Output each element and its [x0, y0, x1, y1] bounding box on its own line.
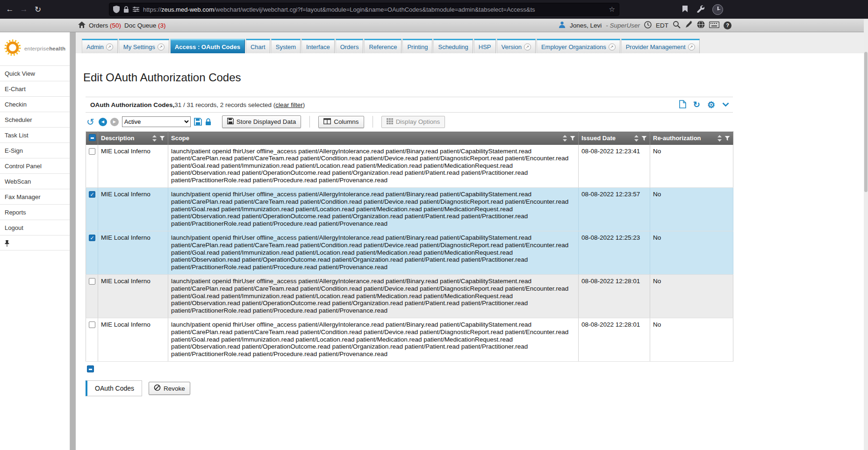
- user-name[interactable]: Jones, Levi: [570, 22, 602, 29]
- popout-icon[interactable]: ↗: [609, 43, 616, 50]
- tab-admin[interactable]: Admin↗: [82, 39, 118, 53]
- column-header-scope[interactable]: Scope: [168, 132, 579, 145]
- tab-employer-organizations[interactable]: Employer Organizations↗: [537, 39, 620, 53]
- browser-back-icon[interactable]: ←: [3, 5, 17, 14]
- filter-funnel-icon[interactable]: [570, 136, 575, 141]
- select-all-checkbox[interactable]: [89, 134, 96, 141]
- sidebar-item-quick-view[interactable]: Quick View: [0, 66, 70, 81]
- revoke-button[interactable]: Revoke: [149, 382, 190, 395]
- row-checkbox[interactable]: [89, 278, 95, 285]
- sidebar-item-logout[interactable]: Logout: [0, 220, 70, 236]
- browser-refresh-icon[interactable]: ↻: [31, 5, 45, 14]
- reauth-cell: No: [650, 231, 733, 275]
- tab-my-settings[interactable]: My Settings↗: [119, 39, 169, 53]
- table-row[interactable]: MIE Local Inferno launch/patient openid …: [86, 318, 733, 362]
- tab-oauth-codes[interactable]: OAuth Codes: [86, 380, 142, 396]
- timezone-label[interactable]: EDT: [656, 22, 668, 29]
- browser-forward-icon[interactable]: →: [17, 5, 31, 14]
- popout-icon[interactable]: ↗: [688, 43, 695, 50]
- permissions-tune-icon[interactable]: [133, 7, 139, 12]
- sidebar-item-control-panel[interactable]: Control Panel: [0, 158, 70, 174]
- tab-hsp[interactable]: HSP: [474, 39, 496, 53]
- row-checkbox[interactable]: [89, 191, 95, 198]
- sort-icon[interactable]: [634, 135, 638, 142]
- collapse-chevron-icon[interactable]: [722, 101, 729, 108]
- refresh-icon[interactable]: ↻: [693, 100, 700, 110]
- sort-icon[interactable]: [717, 135, 722, 142]
- help-icon[interactable]: ?: [724, 21, 732, 29]
- sort-icon[interactable]: [563, 135, 567, 142]
- settings-gear-icon[interactable]: ⚙: [707, 100, 715, 110]
- pin-icon[interactable]: [4, 241, 10, 248]
- lock-icon[interactable]: [123, 6, 129, 13]
- sidebar-item-fax-manager[interactable]: Fax Manager: [0, 189, 70, 205]
- saved-filter-select[interactable]: Active: [122, 116, 191, 127]
- sidebar-item-e-chart[interactable]: E-Chart: [0, 81, 70, 97]
- filter-funnel-icon[interactable]: [641, 136, 647, 141]
- undo-icon[interactable]: ↺: [86, 118, 94, 126]
- tab-printing[interactable]: Printing: [402, 39, 432, 53]
- vertical-scrollbar[interactable]: [864, 19, 868, 450]
- scope-cell: launch/patient openid fhirUser offline_a…: [168, 188, 579, 231]
- pocket-icon[interactable]: [681, 5, 689, 14]
- orders-link[interactable]: Orders (50): [89, 22, 121, 29]
- table-row[interactable]: MIE Local Inferno launch/patient openid …: [86, 188, 733, 231]
- column-header-re-authorization[interactable]: Re-authorization: [650, 132, 733, 145]
- popout-icon[interactable]: ↗: [106, 43, 113, 50]
- tab-label: System: [276, 43, 296, 50]
- globe-icon[interactable]: [697, 21, 705, 30]
- edit-wand-icon[interactable]: [685, 21, 693, 30]
- lock-filter-icon[interactable]: [205, 118, 211, 126]
- popout-icon[interactable]: ↗: [524, 43, 531, 50]
- filter-funnel-icon[interactable]: [159, 136, 165, 141]
- wrench-icon[interactable]: [696, 5, 704, 14]
- home-icon[interactable]: [78, 21, 86, 29]
- columns-button[interactable]: Columns: [318, 116, 364, 128]
- tab-interface[interactable]: Interface: [301, 39, 335, 53]
- search-icon[interactable]: [673, 21, 681, 30]
- bookmark-star-icon[interactable]: ☆: [609, 5, 615, 14]
- keyboard-icon[interactable]: [709, 21, 719, 29]
- next-page-icon[interactable]: ▶: [110, 118, 119, 126]
- sidebar-item-reports[interactable]: Reports: [0, 205, 70, 220]
- doc-queue-link[interactable]: Doc Queue (3): [124, 22, 166, 29]
- column-header-description[interactable]: Description: [98, 132, 168, 145]
- prev-page-icon[interactable]: ◀: [99, 118, 107, 126]
- save-filter-icon[interactable]: [194, 118, 202, 126]
- sidebar-item-webscan[interactable]: WebScan: [0, 174, 70, 189]
- column-header-issued-date[interactable]: Issued Date: [579, 132, 650, 145]
- row-checkbox[interactable]: [89, 235, 95, 241]
- display-options-button[interactable]: Display Options: [381, 116, 445, 128]
- popout-icon[interactable]: ↗: [158, 43, 165, 50]
- tab-version[interactable]: Version↗: [497, 39, 536, 53]
- sidebar-item-checkin[interactable]: Checkin: [0, 97, 70, 112]
- tab-orders[interactable]: Orders: [336, 39, 364, 53]
- sidebar-item-e-sign[interactable]: E-Sign: [0, 143, 70, 158]
- tab-system[interactable]: System: [271, 39, 301, 53]
- sidebar-item-label: Reports: [5, 209, 26, 216]
- sort-icon[interactable]: [152, 135, 157, 142]
- sidebar-item-scheduler[interactable]: Scheduler: [0, 112, 70, 128]
- store-displayed-data-button[interactable]: Store Displayed Data: [222, 115, 301, 128]
- table-row[interactable]: MIE Local Inferno launch/patient openid …: [86, 145, 733, 188]
- table-row[interactable]: MIE Local Inferno launch/patient openid …: [86, 275, 733, 318]
- tab-scheduling[interactable]: Scheduling: [433, 39, 473, 53]
- clear-filter-link[interactable]: clear filter: [275, 101, 303, 108]
- tab-chart[interactable]: Chart: [246, 39, 270, 53]
- scrollbar-thumb[interactable]: [864, 52, 868, 192]
- row-checkbox[interactable]: [89, 321, 95, 328]
- select-all-footer-checkbox[interactable]: [87, 365, 94, 372]
- shield-icon[interactable]: [113, 6, 120, 13]
- row-checkbox[interactable]: [89, 148, 95, 155]
- tab-provider-management[interactable]: Provider Management↗: [621, 39, 700, 53]
- tab-access-oauth-codes[interactable]: Access : OAuth Codes: [170, 39, 245, 53]
- filter-funnel-icon[interactable]: [725, 136, 730, 141]
- export-document-icon[interactable]: [679, 100, 686, 110]
- tab-reference[interactable]: Reference: [364, 39, 402, 53]
- url-bar[interactable]: https://zeus.med-web.com/webchart/wctlev…: [109, 3, 619, 16]
- sidebar-item-task-list[interactable]: Task List: [0, 128, 70, 143]
- clock-avatar-icon[interactable]: [712, 4, 723, 15]
- select-all-header[interactable]: [86, 132, 98, 145]
- floppy-icon: [227, 118, 234, 126]
- table-row[interactable]: MIE Local Inferno launch/patient openid …: [86, 231, 733, 275]
